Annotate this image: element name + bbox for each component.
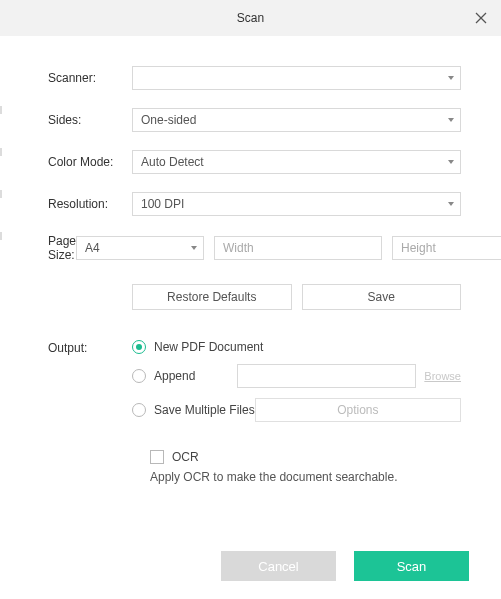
color-mode-value: Auto Detect (141, 155, 204, 169)
browse-link[interactable]: Browse (424, 370, 461, 382)
color-mode-label: Color Mode: (48, 155, 132, 169)
sides-row: Sides: One-sided (48, 108, 461, 132)
ocr-row: OCR (150, 450, 461, 464)
restore-defaults-button[interactable]: Restore Defaults (132, 284, 292, 310)
output-append-radio[interactable] (132, 369, 146, 383)
save-settings-button[interactable]: Save (302, 284, 462, 310)
multiple-options-button[interactable]: Options (255, 398, 461, 422)
page-size-value: A4 (85, 241, 100, 255)
resolution-value: 100 DPI (141, 197, 184, 211)
chevron-down-icon (448, 118, 454, 122)
ocr-checkbox[interactable] (150, 450, 164, 464)
color-mode-select[interactable]: Auto Detect (132, 150, 461, 174)
output-multiple-radio[interactable] (132, 403, 146, 417)
cancel-button[interactable]: Cancel (221, 551, 336, 581)
defaults-row: Restore Defaults Save (132, 284, 461, 310)
dialog-footer: Cancel Scan (221, 551, 469, 581)
ocr-label: OCR (172, 450, 199, 464)
titlebar: Scan (0, 0, 501, 36)
resolution-row: Resolution: 100 DPI (48, 192, 461, 216)
close-icon (475, 12, 487, 24)
page-size-row: Page Size: A4 mm (48, 234, 461, 262)
sides-label: Sides: (48, 113, 132, 127)
output-new-pdf-row: New PDF Document (132, 340, 461, 354)
sides-value: One-sided (141, 113, 196, 127)
output-multiple-label: Save Multiple Files (154, 403, 255, 417)
output-new-pdf-radio[interactable] (132, 340, 146, 354)
page-height-input[interactable] (392, 236, 501, 260)
resolution-select[interactable]: 100 DPI (132, 192, 461, 216)
append-path-input[interactable] (237, 364, 416, 388)
close-button[interactable] (471, 8, 491, 28)
left-edge-ticks (0, 0, 2, 599)
page-size-select[interactable]: A4 (76, 236, 204, 260)
output-label: Output: (48, 341, 132, 484)
chevron-down-icon (448, 202, 454, 206)
scanner-select[interactable] (132, 66, 461, 90)
scanner-label: Scanner: (48, 71, 132, 85)
dialog-title: Scan (237, 11, 264, 25)
output-new-pdf-label: New PDF Document (154, 340, 263, 354)
page-size-label: Page Size: (48, 234, 76, 262)
sides-select[interactable]: One-sided (132, 108, 461, 132)
chevron-down-icon (448, 76, 454, 80)
output-multiple-row: Save Multiple Files Options (132, 398, 461, 422)
scanner-row: Scanner: (48, 66, 461, 90)
scan-button[interactable]: Scan (354, 551, 469, 581)
color-mode-row: Color Mode: Auto Detect (48, 150, 461, 174)
ocr-description: Apply OCR to make the document searchabl… (150, 470, 461, 484)
dialog-content: Scanner: Sides: One-sided Color Mode: Au… (0, 36, 501, 484)
output-block: Output: New PDF Document Append Browse S… (48, 340, 461, 484)
output-append-label: Append (154, 369, 195, 383)
output-append-row: Append Browse (132, 364, 461, 388)
chevron-down-icon (191, 246, 197, 250)
chevron-down-icon (448, 160, 454, 164)
resolution-label: Resolution: (48, 197, 132, 211)
page-width-input[interactable] (214, 236, 382, 260)
output-options: New PDF Document Append Browse Save Mult… (132, 340, 461, 484)
